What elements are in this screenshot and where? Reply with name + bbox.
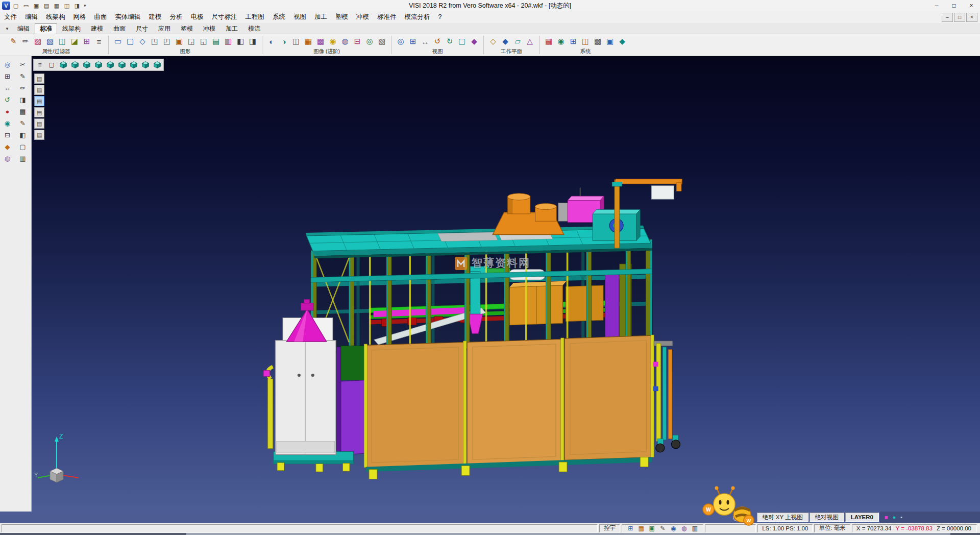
attribute-pencil-icon[interactable]: ✎ bbox=[7, 35, 19, 48]
ruler-icon[interactable]: ▥ bbox=[691, 525, 699, 531]
snap-toggle[interactable]: 控宇 bbox=[599, 524, 620, 532]
ortho-icon[interactable]: ▦ bbox=[637, 525, 645, 531]
grid-icon[interactable]: ⊞ bbox=[2, 71, 14, 81]
list-icon[interactable]: ▥ bbox=[17, 153, 29, 163]
menu-item-视图[interactable]: 视图 bbox=[289, 11, 310, 23]
layers-icon[interactable]: ▤ bbox=[17, 106, 29, 116]
bottom-scrollbar[interactable] bbox=[0, 533, 980, 535]
cube-iso-button[interactable] bbox=[58, 60, 69, 70]
zoom-image-icon[interactable]: ◎ bbox=[363, 35, 376, 48]
edit-mode-icon[interactable]: ✎ bbox=[658, 525, 667, 531]
clipboard-button-3[interactable]: ▤ bbox=[34, 96, 44, 106]
ungroup-icon[interactable]: ▥ bbox=[222, 35, 234, 48]
layer-filter-icon[interactable]: ◫ bbox=[56, 35, 68, 48]
pattern-icon[interactable]: ▩ bbox=[592, 35, 604, 48]
transparency-icon[interactable]: ◍ bbox=[339, 35, 351, 48]
tab-塑模[interactable]: 塑模 bbox=[176, 23, 198, 34]
cube-bottom-button[interactable] bbox=[128, 60, 139, 70]
viewport[interactable]: ≡▢ ▤▤▤▤▤▤ Z Y bbox=[32, 56, 980, 512]
close-button[interactable]: × bbox=[963, 0, 980, 11]
visi-logo[interactable]: V bbox=[2, 2, 10, 10]
machine-scene-svg[interactable] bbox=[32, 56, 980, 512]
tab-编辑[interactable]: 编辑 bbox=[12, 23, 35, 34]
menu-item-实体编辑[interactable]: 实体编辑 bbox=[111, 11, 145, 23]
mdi-close-button[interactable]: × bbox=[966, 13, 977, 22]
clipboard-button-2[interactable]: ▤ bbox=[34, 85, 44, 95]
quick-access-caret[interactable]: ▾ bbox=[84, 3, 86, 8]
maximize-button[interactable]: □ bbox=[945, 0, 963, 11]
print-icon[interactable]: ▦ bbox=[52, 2, 61, 10]
clipboard-button-6[interactable]: ▤ bbox=[34, 130, 44, 140]
part-magenta-icon[interactable]: ■ bbox=[885, 515, 888, 520]
menu-item-电极[interactable]: 电极 bbox=[187, 11, 208, 23]
menu-item-文件[interactable]: 文件 bbox=[0, 11, 21, 23]
mirror-icon[interactable]: ◨ bbox=[17, 94, 29, 105]
texture-icon[interactable]: ▩ bbox=[314, 35, 327, 48]
circle-snap-icon[interactable]: ◉ bbox=[669, 525, 677, 531]
edge-select-icon[interactable]: ◱ bbox=[198, 35, 210, 48]
mdi-restore-button[interactable]: □ bbox=[954, 13, 965, 22]
front-panels[interactable] bbox=[336, 335, 654, 479]
mdi-minimize-button[interactable]: – bbox=[942, 13, 953, 22]
machine-model[interactable] bbox=[263, 179, 682, 479]
rotate-view-icon[interactable]: ↺ bbox=[431, 35, 444, 48]
menu-item-冲模[interactable]: 冲模 bbox=[352, 11, 373, 23]
half-view-icon[interactable]: ◧ bbox=[17, 130, 29, 140]
cube-dimetric-button[interactable] bbox=[140, 60, 151, 70]
hidden-line-icon[interactable]: ◫ bbox=[290, 35, 302, 48]
menu-item-线架构[interactable]: 线架构 bbox=[42, 11, 69, 23]
filter-red-icon[interactable]: ▨ bbox=[32, 35, 44, 48]
pan-view-icon[interactable]: ↔ bbox=[419, 35, 431, 48]
preview-icon[interactable]: ◫ bbox=[62, 2, 71, 10]
color-grid-icon[interactable]: ▦ bbox=[543, 35, 555, 48]
tab-模流[interactable]: 模流 bbox=[243, 23, 265, 34]
poly-select-icon[interactable]: ◇ bbox=[136, 35, 149, 48]
part-teal-icon[interactable]: ● bbox=[893, 515, 896, 520]
cube-left-button[interactable] bbox=[105, 60, 116, 70]
menu-item-工程图[interactable]: 工程图 bbox=[241, 11, 269, 23]
monitor-icon[interactable]: ▣ bbox=[604, 35, 616, 48]
window-system-icon[interactable]: ◫ bbox=[579, 35, 592, 48]
section-view-icon[interactable]: ⊟ bbox=[351, 35, 363, 48]
trim-icon[interactable]: ✂ bbox=[17, 59, 29, 69]
view-mode-segment[interactable]: 绝对 XY 上视图 bbox=[757, 513, 808, 522]
view-list-button[interactable]: ≡ bbox=[34, 60, 45, 70]
cube-trimetric-button[interactable] bbox=[152, 60, 163, 70]
iso-view-icon[interactable]: ◆ bbox=[468, 35, 480, 48]
background-icon[interactable]: ▧ bbox=[376, 35, 388, 48]
bottom-scrollbar-thumb[interactable] bbox=[186, 533, 951, 535]
magnet-icon[interactable]: ◍ bbox=[680, 525, 688, 531]
plane-standard-icon[interactable]: ◆ bbox=[499, 35, 511, 48]
group-icon[interactable]: ▤ bbox=[210, 35, 222, 48]
element-filter-icon[interactable]: ⊞ bbox=[81, 35, 93, 48]
hide-icon[interactable]: ◧ bbox=[234, 35, 247, 48]
filter-blue-icon[interactable]: ▧ bbox=[44, 35, 56, 48]
menu-item-建模[interactable]: 建模 bbox=[145, 11, 166, 23]
layer-segment[interactable]: LAYER0 bbox=[845, 513, 879, 522]
clipboard-button-1[interactable]: ▤ bbox=[34, 74, 44, 84]
menu-item-编辑[interactable]: 编辑 bbox=[21, 11, 42, 23]
snapshot-icon[interactable]: ◨ bbox=[72, 2, 82, 10]
minimize-button[interactable]: – bbox=[928, 0, 945, 11]
open-file-icon[interactable]: ▭ bbox=[21, 2, 31, 10]
clipboard-button-5[interactable]: ▤ bbox=[34, 118, 44, 129]
part-dot-icon[interactable]: ▪ bbox=[900, 515, 902, 520]
target-icon[interactable]: ◍ bbox=[2, 153, 14, 163]
cube-back-button[interactable] bbox=[116, 60, 128, 70]
tab-线架构[interactable]: 线架构 bbox=[57, 23, 86, 34]
save-all-icon[interactable]: ▤ bbox=[42, 2, 51, 10]
menu-item-加工[interactable]: 加工 bbox=[310, 11, 331, 23]
zoom-icon[interactable]: ◎ bbox=[2, 59, 14, 69]
plane-rotate-icon[interactable]: △ bbox=[524, 35, 536, 48]
diamond-icon[interactable]: ◆ bbox=[2, 141, 14, 152]
show-icon[interactable]: ◨ bbox=[247, 35, 259, 48]
plane-face-icon[interactable]: ▱ bbox=[511, 35, 524, 48]
menu-item-塑模[interactable]: 塑模 bbox=[331, 11, 352, 23]
menu-item-?[interactable]: ? bbox=[434, 11, 446, 23]
zoom-window-icon[interactable]: ⊞ bbox=[407, 35, 419, 48]
light-icon[interactable]: ◉ bbox=[327, 35, 339, 48]
tab-标准[interactable]: 标准 bbox=[35, 23, 57, 34]
rect-select-icon[interactable]: ▭ bbox=[112, 35, 124, 48]
render-icon[interactable]: ▦ bbox=[302, 35, 314, 48]
menu-item-曲面[interactable]: 曲面 bbox=[90, 11, 111, 23]
